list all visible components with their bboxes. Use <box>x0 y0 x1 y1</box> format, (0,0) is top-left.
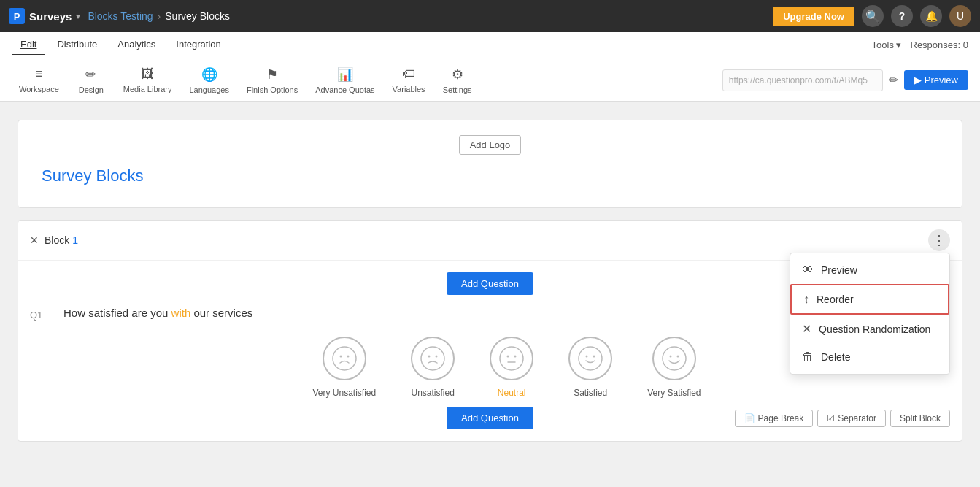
breadcrumb-separator: › <box>158 10 161 22</box>
face-svg-neutral <box>498 345 525 372</box>
separator-button[interactable]: ☑ Separator <box>817 410 886 427</box>
breadcrumb-link[interactable]: Blocks Testing <box>88 10 153 22</box>
svg-point-0 <box>333 347 356 370</box>
svg-point-11 <box>586 356 588 358</box>
brand-dropdown-arrow[interactable]: ▾ <box>76 12 80 21</box>
variables-label: Variables <box>393 85 425 93</box>
face-svg-satisfied <box>577 345 603 372</box>
toolbar-settings[interactable]: ⚙ Settings <box>436 62 479 99</box>
toolbar-finish-options[interactable]: ⚑ Finish Options <box>239 62 305 99</box>
rating-unsatisfied[interactable]: Unsatisfied <box>411 337 455 398</box>
svg-point-6 <box>500 347 523 370</box>
svg-point-12 <box>593 356 595 358</box>
menu-item-reorder[interactable]: ↕ Reorder <box>790 284 949 315</box>
help-icon-btn[interactable]: ? <box>891 5 913 27</box>
breadcrumb: Blocks Testing › Survey Blocks <box>88 10 230 22</box>
menu-preview-label: Preview <box>821 264 857 276</box>
menu-item-preview[interactable]: 👁 Preview <box>790 256 949 284</box>
preview-label: Preview <box>925 74 958 85</box>
rating-satisfied[interactable]: Satisfied <box>568 337 612 398</box>
footer-right-buttons: 📄 Page Break ☑ Separator Split Block <box>735 410 950 427</box>
rating-very-unsatisfied[interactable]: Very Unsatisfied <box>312 337 376 398</box>
preview-button[interactable]: ▶ Preview <box>904 70 968 90</box>
face-satisfied <box>568 337 612 380</box>
block-dropdown-menu: 👁 Preview ↕ Reorder ✕ Question Randomiza… <box>790 253 950 375</box>
block-footer: Add Question 📄 Page Break ☑ Separator Sp… <box>18 398 962 429</box>
svg-point-8 <box>514 356 517 358</box>
menu-delete-label: Delete <box>821 351 850 363</box>
menu-item-delete[interactable]: 🗑 Delete <box>790 343 949 371</box>
toolbar-media-library[interactable]: 🖼 Media Library <box>116 62 180 98</box>
tools-dropdown[interactable]: Tools ▾ <box>872 39 902 50</box>
avatar[interactable]: U <box>949 5 971 27</box>
preview-icon: ▶ <box>914 74 922 85</box>
survey-url-input[interactable] <box>722 69 883 91</box>
split-block-label: Split Block <box>900 413 941 423</box>
notification-icon-btn[interactable]: 🔔 <box>920 5 942 27</box>
nav-distribute[interactable]: Distribute <box>48 34 106 55</box>
split-block-button[interactable]: Split Block <box>890 410 950 427</box>
face-svg-unsatisfied <box>420 345 446 372</box>
toolbar-advance-quotas[interactable]: 📊 Advance Quotas <box>308 62 382 99</box>
separator-icon: ☑ <box>827 413 835 423</box>
svg-point-7 <box>507 356 509 358</box>
secondary-navigation: Edit Distribute Analytics Integration To… <box>0 32 980 58</box>
settings-label: Settings <box>443 85 472 94</box>
p-icon: P <box>9 8 25 24</box>
edit-url-icon[interactable]: ✏ <box>889 73 898 87</box>
survey-header-card: Add Logo Survey Blocks <box>18 120 962 208</box>
block-collapse-icon[interactable]: ✕ <box>30 234 39 246</box>
svg-point-4 <box>428 356 431 358</box>
media-library-label: Media Library <box>123 85 172 93</box>
svg-point-10 <box>579 347 602 370</box>
toolbar: ≡ Workspace ✏ Design 🖼 Media Library 🌐 L… <box>0 58 980 102</box>
block-card: ✕ Block 1 ⋮ 👁 Preview ↕ Reorder ✕ Questi… <box>18 220 962 442</box>
label-satisfied: Satisfied <box>574 388 607 398</box>
face-unsatisfied <box>411 337 455 380</box>
media-library-icon: 🖼 <box>141 66 154 82</box>
toolbar-design[interactable]: ✏ Design <box>69 62 113 99</box>
svg-point-14 <box>669 356 671 358</box>
search-icon-btn[interactable]: 🔍 <box>862 5 884 27</box>
eye-icon: 👁 <box>802 264 814 277</box>
top-nav-right: Upgrade Now 🔍 ? 🔔 U <box>773 5 971 27</box>
add-question-button-top[interactable]: Add Question <box>447 272 533 295</box>
variables-icon: 🏷 <box>402 66 415 82</box>
finish-options-label: Finish Options <box>247 85 298 94</box>
sec-nav-right: Tools ▾ Responses: 0 <box>872 39 968 50</box>
rating-neutral[interactable]: Neutral <box>490 337 533 398</box>
brand-logo[interactable]: P Surveys ▾ <box>9 8 80 24</box>
nav-edit[interactable]: Edit <box>12 34 45 55</box>
svg-point-1 <box>339 356 342 358</box>
page-break-label: Page Break <box>758 413 804 423</box>
svg-point-3 <box>421 347 444 370</box>
rating-very-satisfied[interactable]: Very Satisfied <box>647 337 701 398</box>
block-menu-button[interactable]: ⋮ <box>928 229 950 251</box>
add-logo-button[interactable]: Add Logo <box>459 135 522 155</box>
upgrade-button[interactable]: Upgrade Now <box>773 7 854 26</box>
label-very-unsatisfied: Very Unsatisfied <box>312 388 376 398</box>
label-very-satisfied: Very Satisfied <box>647 388 701 398</box>
toolbar-languages[interactable]: 🌐 Languages <box>182 62 236 99</box>
design-icon: ✏ <box>85 66 96 83</box>
svg-point-13 <box>663 347 686 370</box>
workspace-icon: ≡ <box>35 66 43 82</box>
face-svg-very-satisfied <box>661 345 687 372</box>
nav-integration[interactable]: Integration <box>167 34 229 55</box>
page-break-button[interactable]: 📄 Page Break <box>735 410 814 427</box>
add-question-button-bottom[interactable]: Add Question <box>447 407 533 429</box>
face-very-satisfied <box>652 337 696 380</box>
menu-randomization-label: Question Randomization <box>819 323 930 335</box>
block-header: ✕ Block 1 ⋮ 👁 Preview ↕ Reorder ✕ Questi… <box>18 221 962 261</box>
menu-item-question-randomization[interactable]: ✕ Question Randomization <box>790 315 949 343</box>
advance-quotas-icon: 📊 <box>337 66 353 83</box>
toolbar-variables[interactable]: 🏷 Variables <box>385 62 433 98</box>
advance-quotas-label: Advance Quotas <box>315 85 374 94</box>
delete-icon: 🗑 <box>802 350 814 364</box>
toolbar-workspace[interactable]: ≡ Workspace <box>12 62 66 98</box>
nav-analytics[interactable]: Analytics <box>109 34 164 55</box>
svg-point-2 <box>347 356 349 358</box>
settings-icon: ⚙ <box>452 66 463 83</box>
question-number: Q1 <box>30 307 52 321</box>
face-neutral <box>490 337 533 380</box>
